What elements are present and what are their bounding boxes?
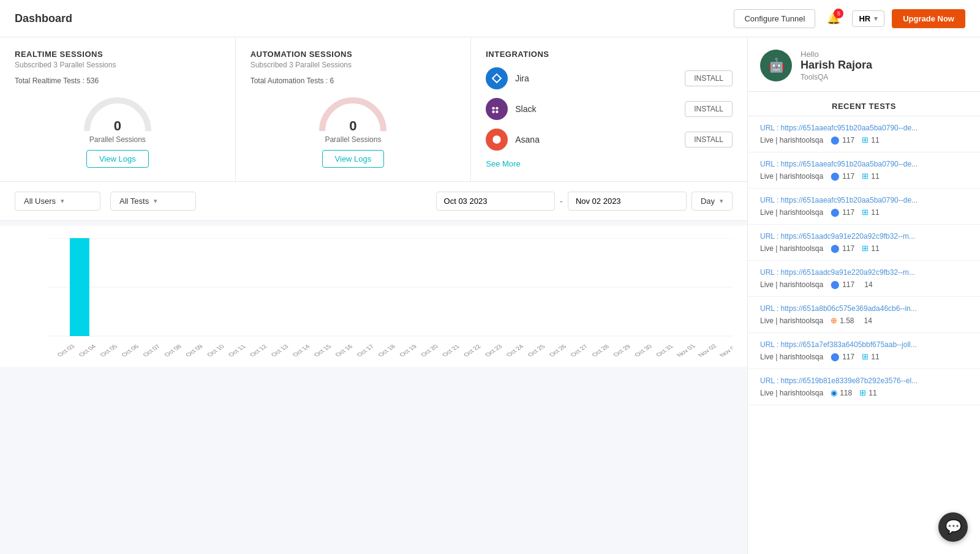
- svg-text:Oct 29: Oct 29: [611, 343, 632, 357]
- test-item: URL : https://651aaeafc951b20aa5ba0790--…: [748, 152, 980, 189]
- chrome-icon: ⬤: [831, 280, 840, 289]
- svg-text:Oct 19: Oct 19: [398, 343, 418, 357]
- svg-text:Oct 03: Oct 03: [56, 343, 77, 357]
- svg-text:Oct 13: Oct 13: [270, 343, 290, 357]
- test-os: ⊞ 11: [862, 208, 879, 217]
- svg-text:Nov 03: Nov 03: [718, 343, 733, 357]
- date-to-input[interactable]: [568, 192, 687, 211]
- test-item: URL : https://651aadc9a91e220a92c9fb32--…: [748, 261, 980, 297]
- chevron-down-icon: ▾: [154, 197, 157, 205]
- automation-parallel-count: 0: [349, 118, 356, 134]
- avatar: 🤖: [760, 50, 792, 81]
- svg-text:Oct 10: Oct 10: [205, 343, 226, 357]
- svg-text:Oct 31: Oct 31: [654, 343, 675, 357]
- test-url[interactable]: URL : https://651aadc9a91e220a92c9fb32--…: [760, 232, 968, 241]
- user-menu-button[interactable]: HR ▾: [852, 10, 884, 27]
- chat-icon: 💬: [945, 519, 962, 535]
- test-os: ⊞ 11: [862, 352, 879, 361]
- svg-text:Oct 27: Oct 27: [569, 343, 590, 357]
- firefox-icon: ⊕: [831, 316, 837, 325]
- recent-tests-list: URL : https://651aaeafc951b20aa5ba0790--…: [748, 116, 980, 405]
- user-hello: Hello: [801, 50, 872, 59]
- svg-text:Oct 09: Oct 09: [184, 343, 205, 357]
- install-button[interactable]: INSTALL: [685, 132, 733, 148]
- svg-text:Oct 24: Oct 24: [505, 343, 526, 357]
- header-actions: Configure Tunnel 🔔 5 HR ▾ Upgrade Now: [734, 7, 965, 29]
- chrome-icon: ⬤: [831, 208, 840, 217]
- svg-rect-6: [492, 111, 495, 113]
- test-item: URL : https://651a7ef383a6405bbf675aab--…: [748, 333, 980, 369]
- test-item: URL : https://651a8b06c575e369ada46cb6--…: [748, 297, 980, 333]
- date-from-input[interactable]: [436, 192, 555, 211]
- test-browser: ⊕ 1.58: [831, 316, 854, 325]
- automation-gauge: 0: [313, 91, 393, 134]
- svg-point-8: [493, 135, 501, 143]
- realtime-sessions-title: REALTIME SESSIONS: [15, 50, 221, 59]
- test-browser: ⬤ 117: [831, 171, 854, 181]
- test-url[interactable]: URL : https://651a8b06c575e369ada46cb6--…: [760, 304, 968, 313]
- test-meta: Live | harishtoolsqa ◉ 118 ⊞ 11: [760, 388, 968, 397]
- upgrade-button[interactable]: Upgrade Now: [892, 9, 965, 28]
- test-meta: Live | harishtoolsqa ⊕ 1.58 14: [760, 316, 968, 325]
- test-status: Live | harishtoolsqa: [760, 136, 823, 144]
- automation-view-logs-button[interactable]: View Logs: [322, 150, 385, 168]
- test-os: 14: [862, 280, 872, 289]
- chat-button[interactable]: 💬: [938, 512, 968, 542]
- configure-tunnel-button[interactable]: Configure Tunnel: [734, 9, 815, 28]
- chevron-down-icon: ▾: [720, 197, 723, 205]
- svg-text:Oct 07: Oct 07: [141, 343, 162, 357]
- test-url[interactable]: URL : https://6519b81e8339e87b292e3576--…: [760, 376, 968, 385]
- automation-parallel-label: Parallel Sessions: [313, 135, 393, 144]
- install-button[interactable]: INSTALL: [685, 70, 733, 86]
- test-os: ⊞ 11: [862, 171, 879, 181]
- test-os: ⊞ 11: [859, 388, 876, 397]
- test-browser: ⬤ 117: [831, 135, 854, 144]
- test-browser: ⬤ 117: [831, 244, 854, 253]
- filter-row: All Users ▾ All Tests ▾ - Day ▾: [0, 182, 747, 221]
- automation-sessions-card: AUTOMATION SESSIONS Subscribed 3 Paralle…: [236, 37, 472, 181]
- realtime-view-logs-button[interactable]: View Logs: [86, 150, 149, 168]
- svg-rect-7: [496, 111, 499, 113]
- realtime-sessions-card: REALTIME SESSIONS Subscribed 3 Parallel …: [0, 37, 236, 181]
- header: Dashboard Configure Tunnel 🔔 5 HR ▾ Upgr…: [0, 0, 980, 37]
- svg-text:Oct 23: Oct 23: [483, 343, 504, 357]
- test-browser: ⬤ 117: [831, 352, 854, 361]
- chart-container: 012Oct 03Oct 04Oct 05Oct 06Oct 07Oct 08O…: [48, 238, 733, 361]
- windows-icon: ⊞: [862, 135, 869, 144]
- user-profile-inner: 🤖 Hello Harish Rajora ToolsQA: [760, 50, 968, 81]
- test-url[interactable]: URL : https://651aaeafc951b20aa5ba0790--…: [760, 196, 968, 204]
- svg-text:Oct 18: Oct 18: [377, 343, 398, 357]
- all-users-dropdown[interactable]: All Users ▾: [15, 192, 100, 211]
- svg-text:Oct 25: Oct 25: [526, 343, 547, 357]
- date-separator: -: [560, 196, 563, 207]
- install-button[interactable]: INSTALL: [685, 101, 733, 117]
- svg-text:Oct 08: Oct 08: [162, 343, 183, 357]
- integration-icon: [486, 98, 508, 120]
- test-url[interactable]: URL : https://651a7ef383a6405bbf675aab--…: [760, 340, 968, 349]
- automation-sessions-total: Total Automation Tests : 6: [251, 77, 456, 85]
- svg-text:Oct 16: Oct 16: [334, 343, 355, 357]
- windows-icon: ⊞: [859, 388, 866, 397]
- test-status: Live | harishtoolsqa: [760, 316, 823, 325]
- test-os: ⊞ 11: [862, 135, 879, 144]
- svg-text:Nov 02: Nov 02: [696, 343, 718, 357]
- test-item: URL : https://651aaeafc951b20aa5ba0790--…: [748, 189, 980, 225]
- svg-text:Oct 12: Oct 12: [248, 343, 269, 357]
- svg-text:Oct 17: Oct 17: [355, 343, 376, 357]
- notification-button[interactable]: 🔔 5: [823, 7, 845, 29]
- integration-left: Asana: [486, 129, 540, 151]
- see-more-link[interactable]: See More: [486, 159, 520, 168]
- test-status: Live | harishtoolsqa: [760, 280, 823, 289]
- all-tests-dropdown[interactable]: All Tests ▾: [110, 192, 196, 211]
- period-dropdown[interactable]: Day ▾: [692, 192, 733, 211]
- automation-gauge-container: 0 Parallel Sessions: [251, 91, 456, 144]
- svg-text:Oct 11: Oct 11: [227, 343, 247, 357]
- test-url[interactable]: URL : https://651aaeafc951b20aa5ba0790--…: [760, 124, 968, 132]
- test-url[interactable]: URL : https://651aaeafc951b20aa5ba0790--…: [760, 160, 968, 168]
- test-url[interactable]: URL : https://651aadc9a91e220a92c9fb32--…: [760, 268, 968, 277]
- automation-sessions-sub: Subscribed 3 Parallel Sessions: [251, 61, 456, 69]
- right-panel: 🤖 Hello Harish Rajora ToolsQA RECENT TES…: [747, 37, 980, 554]
- svg-text:Nov 01: Nov 01: [675, 343, 696, 357]
- chart-area: No. Of Tests 012Oct 03Oct 04Oct 05Oct 06…: [0, 226, 747, 367]
- user-initials: HR: [859, 14, 870, 23]
